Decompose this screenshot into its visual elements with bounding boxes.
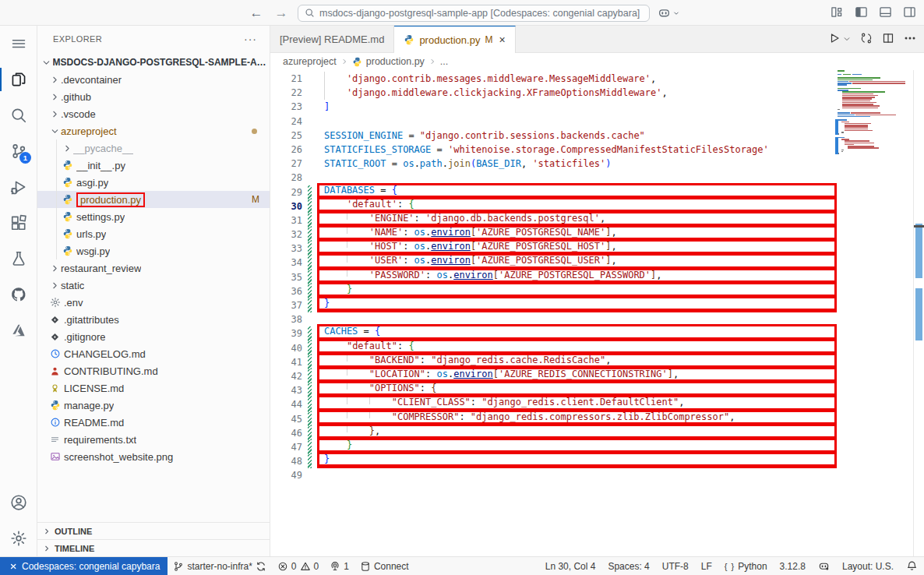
code-line-39[interactable]: 39CACHES = { (270, 326, 834, 340)
tree-item-settings-py[interactable]: settings.py (37, 208, 270, 225)
tree-item-restaurant-review[interactable]: restaurant_review (37, 259, 270, 277)
line-number[interactable]: 25 (270, 129, 302, 143)
line-number[interactable]: 36 (270, 284, 302, 298)
status-encoding[interactable]: UTF-8 (656, 557, 695, 575)
status-eol[interactable]: LF (695, 557, 718, 575)
status-indentation[interactable]: Spaces: 4 (601, 557, 655, 575)
activity-search[interactable] (0, 97, 37, 133)
line-number[interactable]: 31 (270, 213, 302, 228)
code-line-45[interactable]: 45 "COMPRESSOR": "django_redis.compresso… (270, 412, 834, 426)
code-line-22[interactable]: 22 'django.middleware.clickjacking.XFram… (270, 86, 834, 100)
tree-item--pycache-[interactable]: __pycache__ (37, 139, 270, 157)
toggle-sidebar-left-button[interactable] (855, 5, 868, 21)
line-number[interactable]: 37 (270, 298, 302, 312)
code-line-24[interactable]: 24 (270, 115, 834, 129)
code-line-23[interactable]: 23] (270, 100, 834, 114)
code-editor[interactable]: 21 'django.contrib.messages.middleware.M… (270, 70, 924, 556)
line-number[interactable]: 48 (270, 454, 302, 468)
tree-item-changelog-md[interactable]: CHANGELOG.md (37, 345, 270, 362)
activity-github[interactable] (0, 277, 37, 312)
more-button[interactable] (904, 32, 916, 47)
open-changes-button[interactable] (860, 32, 873, 47)
line-number[interactable]: 33 (270, 242, 302, 256)
line-number[interactable]: 32 (270, 228, 302, 242)
code-line-34[interactable]: 34 'USER': os.environ['AZURE_POSTGRESQL_… (270, 256, 834, 270)
code-line-30[interactable]: 30 'default': { (270, 199, 834, 213)
line-number[interactable]: 26 (270, 143, 302, 157)
line-number[interactable]: 35 (270, 270, 302, 284)
activity-source-control[interactable]: 1 (0, 133, 37, 169)
code-line-35[interactable]: 35 'PASSWORD': os.environ['AZURE_POSTGRE… (270, 270, 834, 284)
activity-accounts[interactable] (0, 485, 37, 520)
line-number[interactable]: 46 (270, 426, 302, 440)
line-number[interactable]: 29 (270, 185, 302, 199)
tree-item--vscode[interactable]: .vscode (37, 105, 270, 122)
tree-item--devcontainer[interactable]: .devcontainer (37, 71, 270, 88)
close-icon[interactable]: × (499, 34, 505, 46)
explorer-more-actions[interactable]: ··· (244, 33, 257, 45)
line-number[interactable]: 21 (270, 72, 302, 86)
line-number[interactable]: 42 (270, 369, 302, 383)
code-line-26[interactable]: 26STATICFILES_STORAGE = 'whitenoise.stor… (270, 143, 834, 157)
line-number[interactable]: 44 (270, 397, 302, 411)
code-line-33[interactable]: 33 'HOST': os.environ['AZURE_POSTGRESQL_… (270, 242, 834, 256)
line-number[interactable]: 34 (270, 256, 302, 270)
line-number[interactable]: 38 (270, 312, 302, 326)
outline-section[interactable]: OUTLINE (37, 522, 270, 539)
tree-item-urls-py[interactable]: urls.py (37, 225, 270, 242)
tree-item-contributing-md[interactable]: CONTRIBUTING.md (37, 362, 270, 379)
tree-item-static[interactable]: static (37, 277, 270, 294)
line-number[interactable]: 41 (270, 355, 302, 369)
tree-item--gitignore[interactable]: .gitignore (37, 328, 270, 345)
code-line-31[interactable]: 31 'ENGINE': 'django.db.backends.postgre… (270, 213, 834, 228)
tree-item--init-py[interactable]: __init__.py (37, 157, 270, 174)
line-number[interactable]: 45 (270, 412, 302, 426)
line-number[interactable]: 40 (270, 341, 302, 355)
status-copilot-status[interactable] (812, 557, 836, 575)
line-number[interactable]: 28 (270, 171, 302, 185)
line-number[interactable]: 22 (270, 86, 302, 100)
breadcrumb-file[interactable]: production.py (366, 56, 425, 67)
status-problems[interactable]: 00 (272, 557, 324, 575)
status-forwarded-ports[interactable]: 1 (324, 557, 354, 575)
tree-item-azureproject[interactable]: azureproject (37, 122, 270, 139)
code-line-46[interactable]: 46 }, (270, 426, 834, 440)
toggle-panel-button[interactable] (879, 5, 892, 21)
code-line-27[interactable]: 27STATIC_ROOT = os.path.join(BASE_DIR, '… (270, 157, 834, 171)
tree-item--env[interactable]: .env (37, 294, 270, 311)
code-line-47[interactable]: 47 } (270, 440, 834, 454)
line-number[interactable]: 49 (270, 468, 302, 482)
activity-menu[interactable] (0, 26, 37, 62)
code-line-25[interactable]: 25SESSION_ENGINE = "django.contrib.sessi… (270, 129, 834, 143)
code-line-42[interactable]: 42 "LOCATION": os.environ['AZURE_REDIS_C… (270, 369, 834, 383)
status-notifications[interactable] (900, 557, 924, 575)
tree-item-asgi-py[interactable]: asgi.py (37, 174, 270, 191)
code-line-21[interactable]: 21 'django.contrib.messages.middleware.M… (270, 72, 834, 86)
back-arrow-icon[interactable]: ← (248, 5, 265, 21)
tab-readme-preview[interactable]: [Preview] README.md (270, 26, 394, 52)
line-number[interactable]: 23 (270, 100, 302, 114)
tree-item--github[interactable]: .github (37, 88, 270, 105)
code-line-32[interactable]: 32 'NAME': os.environ['AZURE_POSTGRESQL_… (270, 228, 834, 242)
status-remote-indicator[interactable]: Codespaces: congenial capybara (0, 557, 168, 575)
status-git-branch[interactable]: starter-no-infra* (168, 557, 271, 575)
line-number[interactable]: 30 (270, 199, 302, 213)
command-center-search[interactable]: msdocs-django-postgresql-sample-app [Cod… (298, 5, 650, 22)
tab-production-py[interactable]: production.py M × (394, 26, 515, 53)
code-line-48[interactable]: 48} (270, 454, 834, 468)
tree-item--gitattributes[interactable]: .gitattributes (37, 311, 270, 328)
activity-run-and-debug[interactable] (0, 169, 37, 205)
tree-root[interactable]: MSDOCS-DJANGO-POSTGRESQL-SAMPLE-APP... (37, 54, 270, 71)
activity-settings[interactable] (0, 520, 37, 556)
tree-item-license-md[interactable]: LICENSE.md (37, 379, 270, 397)
tree-item-requirements-txt[interactable]: requirements.txt (37, 431, 270, 448)
run-button[interactable] (828, 32, 841, 47)
activity-explorer[interactable] (0, 62, 37, 97)
code-line-44[interactable]: 44 "CLIENT_CLASS": "django_redis.client.… (270, 397, 834, 411)
status-keyboard-layout[interactable]: Layout: U.S. (836, 557, 900, 575)
breadcrumb-folder[interactable]: azureproject (283, 56, 337, 67)
tree-item-screenshot-website-png[interactable]: screenshot_website.png (37, 448, 270, 465)
status-connect[interactable]: Connect (354, 557, 414, 575)
tree-item-readme-md[interactable]: README.md (37, 414, 270, 431)
tree-item-wsgi-py[interactable]: wsgi.py (37, 242, 270, 259)
